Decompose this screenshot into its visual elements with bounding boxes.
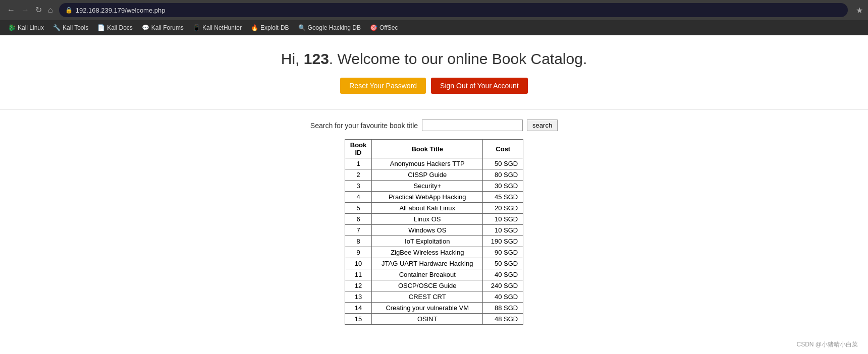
table-row: 12OSCP/OSCE Guide240 SGD (345, 280, 523, 291)
cell-cost: 80 SGD (483, 169, 523, 181)
browser-chrome: ← → ↻ ⌂ 🔒 192.168.239.179/welcome.php ★ … (0, 0, 868, 35)
bookmark-exploit-db[interactable]: 🔥 Exploit-DB (248, 23, 292, 32)
cell-cost: 48 SGD (483, 314, 523, 325)
cell-cost: 30 SGD (483, 181, 523, 192)
cell-id: 3 (345, 181, 372, 192)
kali-tools-icon: 🔧 (53, 24, 61, 31)
cell-id: 6 (345, 214, 372, 225)
book-table: Book ID Book Title Cost 1Anonymous Hacke… (345, 139, 524, 325)
google-hacking-db-icon: 🔍 (298, 24, 306, 31)
cell-title: ZigBee Wireless Hacking (372, 247, 483, 258)
cell-title: OSCP/OSCE Guide (372, 280, 483, 291)
cell-title: Container Breakout (372, 269, 483, 280)
cell-title: Practical WebApp Hacking (372, 192, 483, 203)
cell-cost: 90 SGD (483, 247, 523, 258)
search-row: Search for your favourite book title sea… (310, 120, 558, 131)
cell-title: Anonymous Hackers TTP (372, 158, 483, 169)
bookmark-label: Kali Docs (107, 24, 133, 31)
reset-password-button[interactable]: Reset Your Password (340, 78, 426, 94)
table-row: 14Creating your vulnerable VM88 SGD (345, 303, 523, 314)
table-row: 4Practical WebApp Hacking45 SGD (345, 192, 523, 203)
cell-title: CISSP Guide (372, 169, 483, 181)
cell-cost: 10 SGD (483, 214, 523, 225)
url-text: 192.168.239.179/welcome.php (76, 7, 842, 14)
table-row: 2CISSP Guide80 SGD (345, 169, 523, 181)
cell-cost: 40 SGD (483, 291, 523, 303)
cell-id: 12 (345, 280, 372, 291)
col-header-id: Book ID (345, 140, 372, 158)
welcome-suffix: . Welcome to our online Book Catalog. (329, 50, 587, 67)
cell-cost: 190 SGD (483, 236, 523, 247)
table-header-row: Book ID Book Title Cost (345, 140, 523, 158)
table-row: 9ZigBee Wireless Hacking90 SGD (345, 247, 523, 258)
cell-cost: 50 SGD (483, 258, 523, 269)
divider (0, 109, 868, 109)
cell-id: 13 (345, 291, 372, 303)
cell-cost: 88 SGD (483, 303, 523, 314)
bookmark-google-hacking-db[interactable]: 🔍 Google Hacking DB (295, 23, 364, 32)
cell-id: 1 (345, 158, 372, 169)
nav-buttons: ← → ↻ ⌂ (5, 5, 55, 15)
cell-id: 8 (345, 236, 372, 247)
cell-title: Creating your vulnerable VM (372, 303, 483, 314)
cell-title: Security+ (372, 181, 483, 192)
bookmark-kali-nethunter[interactable]: 📱 Kali NetHunter (190, 23, 245, 32)
table-row: 8IoT Exploitation190 SGD (345, 236, 523, 247)
search-button[interactable]: search (527, 120, 558, 131)
cell-title: IoT Exploitation (372, 236, 483, 247)
cell-id: 15 (345, 314, 372, 325)
bookmark-label: OffSec (379, 24, 398, 31)
cell-id: 11 (345, 269, 372, 280)
bookmark-label: Kali Forums (151, 24, 184, 31)
cell-id: 5 (345, 203, 372, 214)
cell-id: 2 (345, 169, 372, 181)
forward-button[interactable]: → (19, 5, 31, 15)
page-content: Hi, 123. Welcome to our online Book Cata… (0, 35, 868, 354)
cell-title: OSINT (372, 314, 483, 325)
bookmark-label: Kali NetHunter (202, 24, 242, 31)
bookmark-star-icon[interactable]: ★ (856, 6, 863, 15)
col-header-title: Book Title (372, 140, 483, 158)
kali-forums-icon: 💬 (142, 24, 149, 31)
bookmark-offsec[interactable]: 🎯 OffSec (367, 23, 401, 32)
table-row: 15OSINT48 SGD (345, 314, 523, 325)
cell-title: JTAG UART Hardware Hacking (372, 258, 483, 269)
bookmark-kali-docs[interactable]: 📄 Kali Docs (94, 23, 136, 32)
reload-button[interactable]: ↻ (33, 5, 44, 15)
back-button[interactable]: ← (5, 5, 17, 15)
cell-cost: 240 SGD (483, 280, 523, 291)
bookmark-kali-tools[interactable]: 🔧 Kali Tools (50, 23, 91, 32)
lock-icon: 🔒 (65, 7, 73, 14)
cell-cost: 20 SGD (483, 203, 523, 214)
browser-toolbar: ← → ↻ ⌂ 🔒 192.168.239.179/welcome.php ★ (0, 0, 868, 20)
welcome-prefix: Hi, (281, 50, 304, 67)
exploit-db-icon: 🔥 (251, 24, 258, 31)
bookmarks-bar: 🐉 Kali Linux 🔧 Kali Tools 📄 Kali Docs 💬 … (0, 20, 868, 35)
search-input[interactable] (422, 120, 523, 131)
col-header-cost: Cost (483, 140, 523, 158)
cell-title: All about Kali Linux (372, 203, 483, 214)
bookmark-kali-forums[interactable]: 💬 Kali Forums (139, 23, 187, 32)
table-row: 6Linux OS10 SGD (345, 214, 523, 225)
table-row: 11Container Breakout40 SGD (345, 269, 523, 280)
username: 123 (304, 50, 329, 67)
cell-title: Linux OS (372, 214, 483, 225)
cell-id: 14 (345, 303, 372, 314)
cell-cost: 10 SGD (483, 225, 523, 236)
signout-button[interactable]: Sign Out of Your Account (431, 78, 528, 94)
bookmark-label: Kali Linux (18, 24, 44, 31)
table-row: 1Anonymous Hackers TTP50 SGD (345, 158, 523, 169)
bookmark-label: Google Hacking DB (308, 24, 361, 31)
bookmark-label: Exploit-DB (260, 24, 289, 31)
table-row: 3Security+30 SGD (345, 181, 523, 192)
table-row: 7Windows OS10 SGD (345, 225, 523, 236)
action-buttons: Reset Your Password Sign Out of Your Acc… (340, 78, 528, 94)
cell-cost: 45 SGD (483, 192, 523, 203)
kali-linux-icon: 🐉 (8, 24, 16, 31)
home-button[interactable]: ⌂ (46, 5, 55, 15)
cell-id: 9 (345, 247, 372, 258)
address-bar[interactable]: 🔒 192.168.239.179/welcome.php (59, 3, 848, 17)
cell-id: 7 (345, 225, 372, 236)
cell-id: 10 (345, 258, 372, 269)
bookmark-kali-linux[interactable]: 🐉 Kali Linux (5, 23, 47, 32)
